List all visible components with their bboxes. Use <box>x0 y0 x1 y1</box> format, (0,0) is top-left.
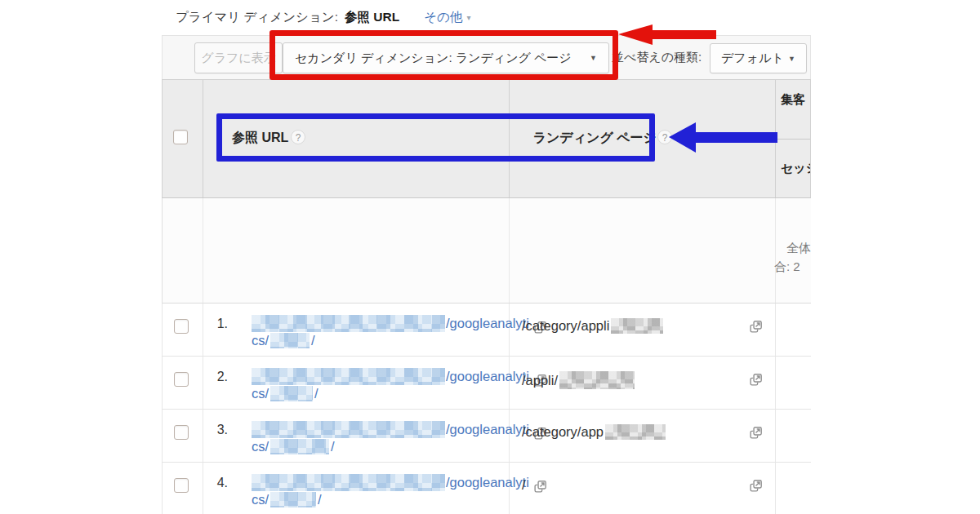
redacted-domain-mosaic <box>252 474 445 491</box>
landing-page-cell: / <box>522 477 526 493</box>
referral-url-cell-line2: cs/ / <box>252 333 315 348</box>
redacted-path-mosaic <box>270 386 313 401</box>
sort-type-label: 並べ替えの種類: <box>612 50 702 65</box>
column-divider <box>775 198 776 303</box>
primary-dimension-label: プライマリ ディメンション: <box>176 9 338 26</box>
chevron-down-icon: ▼ <box>788 55 795 63</box>
referral-url-link[interactable]: / <box>331 439 335 454</box>
chevron-down-icon: ▾ <box>466 13 470 22</box>
referral-url-link[interactable]: /googleanalyti <box>446 475 529 490</box>
other-dimension-link[interactable]: その他 <box>424 9 462 26</box>
referral-url-link[interactable]: /googleanalyti <box>446 422 529 437</box>
referral-url-cell-line2: cs/ / <box>252 439 335 454</box>
referral-url-cell: /googleanalyti <box>252 366 547 388</box>
header-divider <box>775 139 811 140</box>
primary-dimension-bar: プライマリ ディメンション: 参照 URL その他 ▾ <box>176 9 470 26</box>
select-all-checkbox[interactable] <box>173 130 188 144</box>
landing-page-cell: /category/appli <box>522 318 663 334</box>
landing-page-cell: /category/app <box>522 424 666 440</box>
row-checkbox[interactable] <box>174 319 189 334</box>
referral-url-link[interactable]: /googleanalyti <box>446 369 529 384</box>
referral-url-link[interactable]: cs/ <box>252 386 269 401</box>
row-checkbox[interactable] <box>174 372 189 387</box>
table-row: 1. /googleanalyti cs/ / /category/appli <box>162 304 811 357</box>
blue-arrow-icon <box>669 122 696 153</box>
blue-highlight-box <box>216 113 655 162</box>
table-totals-row: 全体 合: 2 <box>162 198 811 304</box>
sessions-column-header[interactable]: セッション <box>781 161 811 176</box>
redacted-domain-mosaic <box>252 368 445 385</box>
external-link-icon[interactable] <box>749 479 763 496</box>
blue-arrow-shaft <box>693 132 777 143</box>
referral-url-cell: /googleanalyti <box>252 472 547 494</box>
redacted-path-mosaic <box>611 318 663 334</box>
table-row: 3. /googleanalyti cs/ / /category/app <box>162 410 811 463</box>
external-link-icon[interactable] <box>749 373 763 390</box>
referral-url-cell-line2: cs/ / <box>252 492 322 507</box>
redacted-domain-mosaic <box>252 315 445 332</box>
row-number: 1. <box>202 317 228 331</box>
referral-url-link[interactable]: / <box>314 386 318 401</box>
primary-dimension-value: 参照 URL <box>345 9 399 26</box>
table-row: 2. /googleanalyti cs/ / /appli/ <box>162 357 811 410</box>
column-divider <box>775 410 776 462</box>
redacted-path-mosaic <box>270 492 316 507</box>
external-link-icon[interactable] <box>533 480 547 494</box>
red-highlight-box <box>270 30 618 80</box>
referral-url-link[interactable]: cs/ <box>252 333 269 348</box>
referral-url-link[interactable]: cs/ <box>252 492 269 507</box>
redacted-path-mosaic <box>559 371 635 389</box>
column-divider <box>203 80 203 197</box>
acquisition-group-header: 集客 <box>781 92 805 108</box>
red-arrow-icon <box>618 24 653 45</box>
landing-page-value: / <box>522 477 526 493</box>
metrics-header-group: 集客 セッション <box>775 80 811 197</box>
landing-page-cell: /appli/ <box>522 371 635 389</box>
external-link-icon[interactable] <box>749 426 763 443</box>
sort-type-value: デフォルト <box>721 51 784 66</box>
column-divider <box>775 357 776 409</box>
external-link-icon[interactable] <box>749 320 763 337</box>
referral-url-cell: /googleanalyti <box>252 419 547 441</box>
redacted-path-mosaic <box>270 439 329 454</box>
page: { "icons": { "caret_down": "▼", "other_c… <box>0 0 980 514</box>
redacted-path-mosaic <box>270 333 310 348</box>
row-checkbox[interactable] <box>174 425 189 440</box>
column-divider <box>203 198 203 303</box>
landing-page-value: /appli/ <box>522 373 558 388</box>
referral-url-cell: /googleanalyti <box>252 312 547 335</box>
totals-text: 合: 2 <box>774 259 800 275</box>
column-divider <box>509 198 510 303</box>
referral-url-cell-line2: cs/ / <box>252 386 318 401</box>
row-number: 3. <box>202 423 228 437</box>
totals-text: 全体 <box>786 241 811 256</box>
referral-url-link[interactable]: cs/ <box>252 439 269 454</box>
column-divider <box>775 304 776 356</box>
referral-url-link[interactable]: / <box>311 333 315 348</box>
row-number: 4. <box>202 476 228 490</box>
redacted-domain-mosaic <box>252 421 445 438</box>
row-number: 2. <box>202 370 228 384</box>
red-arrow-shaft <box>649 30 716 39</box>
table-row: 4. /googleanalyti cs/ / / <box>162 463 811 514</box>
referral-url-link[interactable]: /googleanalyti <box>446 316 529 331</box>
landing-page-value: /category/appli <box>522 318 609 334</box>
row-checkbox[interactable] <box>174 478 189 493</box>
landing-page-value: /category/app <box>522 424 604 440</box>
column-divider <box>775 463 776 514</box>
referral-url-link[interactable]: / <box>318 492 322 507</box>
sort-type-dropdown[interactable]: デフォルト ▼ <box>710 43 807 73</box>
show-on-graph-label: グラフに表示 <box>201 51 275 66</box>
redacted-path-mosaic <box>605 424 666 440</box>
